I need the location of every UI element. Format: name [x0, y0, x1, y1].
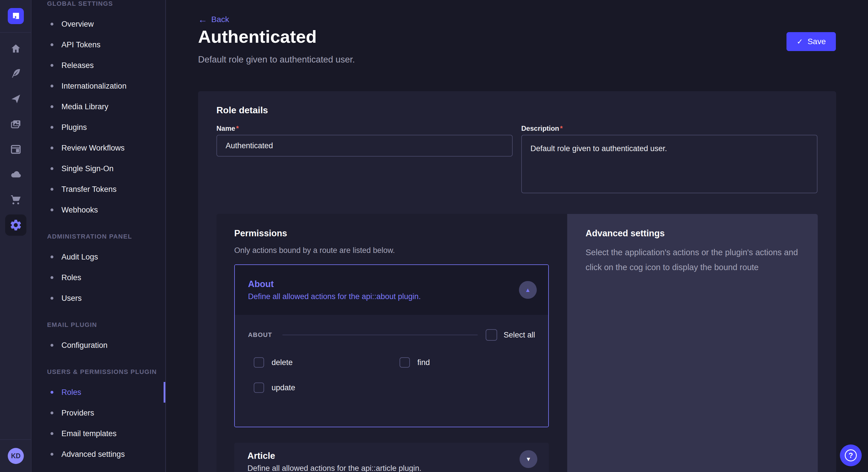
- collapse-button[interactable]: ▲: [519, 281, 537, 299]
- question-mark-icon: ?: [845, 449, 857, 461]
- accordion-about: About Define all allowed actions for the…: [234, 264, 549, 427]
- role-details-heading: Role details: [216, 105, 268, 115]
- bullet-icon: [51, 64, 53, 67]
- media-library-icon[interactable]: [10, 119, 22, 131]
- bullet-icon: [51, 297, 53, 300]
- sidebar-item-releases[interactable]: Releases: [32, 55, 165, 76]
- accordion-about-title: About: [248, 279, 548, 289]
- paper-plane-icon[interactable]: [10, 93, 22, 105]
- strapi-logo[interactable]: [8, 8, 24, 24]
- bullet-icon: [51, 105, 53, 108]
- home-icon[interactable]: [10, 43, 22, 55]
- sidebar-item-configuration[interactable]: Configuration: [32, 335, 165, 356]
- sidebar-item-plugins[interactable]: Plugins: [32, 117, 165, 138]
- permission-update-row: update: [254, 382, 296, 393]
- content-type-builder-icon[interactable]: [10, 67, 22, 79]
- help-button[interactable]: ?: [840, 444, 862, 466]
- rail-divider: [0, 439, 31, 440]
- sidebar-item-media-library[interactable]: Media Library: [32, 96, 165, 117]
- back-arrow-icon: ←: [198, 15, 207, 24]
- accordion-about-description: Define all allowed actions for the api::…: [248, 292, 548, 301]
- settings-icon-active[interactable]: [5, 214, 26, 236]
- bullet-icon: [51, 432, 53, 435]
- role-details-card: Role details Name* Description* Default …: [198, 91, 836, 472]
- permission-delete-row: delete: [254, 357, 293, 368]
- sidebar-item-internationalization[interactable]: Internationalization: [32, 76, 165, 96]
- sidebar-item-users[interactable]: Users: [32, 288, 165, 308]
- layout-icon[interactable]: [10, 143, 22, 156]
- accordion-article-description: Define all allowed actions for the api::…: [247, 464, 549, 472]
- accordion-article-header[interactable]: Article Define all allowed actions for t…: [234, 443, 549, 472]
- sidebar-item-up-roles-active[interactable]: Roles: [32, 382, 165, 403]
- bullet-icon: [51, 276, 53, 279]
- bullet-icon: [51, 208, 53, 211]
- back-link[interactable]: ← Back: [198, 14, 229, 25]
- role-description-textarea[interactable]: Default role given to authenticated user…: [521, 135, 817, 193]
- description-field-label: Description*: [521, 125, 563, 133]
- subnav-section-users-permissions-plugin: USERS & PERMISSIONS PLUGIN: [47, 368, 165, 376]
- subnav-section-administration-panel: ADMINISTRATION PANEL: [47, 233, 165, 240]
- user-avatar[interactable]: KD: [8, 448, 24, 464]
- advanced-settings-panel: Advanced settings Select the application…: [567, 214, 818, 472]
- page-title: Authenticated: [198, 26, 317, 47]
- marketplace-cart-icon[interactable]: [10, 194, 22, 206]
- settings-subnav: GLOBAL SETTINGS Overview API Tokens Rele…: [32, 0, 166, 472]
- advanced-settings-body: Select the application's actions or the …: [586, 245, 802, 275]
- sidebar-item-review-workflows[interactable]: Review Workflows: [32, 138, 165, 158]
- expand-button[interactable]: ▼: [520, 450, 537, 468]
- permissions-subtitle: Only actions bound by a route are listed…: [234, 246, 395, 255]
- update-checkbox[interactable]: [254, 382, 264, 393]
- bullet-icon: [51, 126, 53, 129]
- bullet-icon: [51, 85, 53, 88]
- find-label[interactable]: find: [417, 358, 430, 367]
- required-asterisk: *: [236, 125, 239, 132]
- advanced-settings-heading: Advanced settings: [586, 228, 665, 239]
- sidebar-item-single-sign-on[interactable]: Single Sign-On: [32, 158, 165, 179]
- strapi-logo-icon: [11, 12, 20, 20]
- gear-icon: [9, 218, 22, 232]
- accordion-article-title: Article: [247, 451, 549, 461]
- select-all-checkbox[interactable]: [486, 329, 497, 341]
- about-group-label: ABOUT: [248, 331, 272, 339]
- sidebar-item-providers[interactable]: Providers: [32, 403, 165, 423]
- sidebar-item-webhooks[interactable]: Webhooks: [32, 200, 165, 220]
- sidebar-item-api-tokens[interactable]: API Tokens: [32, 34, 165, 55]
- permissions-heading: Permissions: [234, 228, 287, 239]
- bullet-icon: [51, 43, 53, 46]
- page-subtitle: Default role given to authenticated user…: [198, 55, 355, 65]
- find-checkbox[interactable]: [400, 357, 410, 368]
- role-name-input[interactable]: [216, 135, 513, 157]
- select-all-label[interactable]: Select all: [503, 331, 535, 339]
- bullet-icon: [51, 146, 53, 149]
- rail-divider: [0, 32, 31, 33]
- delete-label[interactable]: delete: [272, 358, 293, 367]
- group-divider-rule: [282, 335, 477, 335]
- sidebar-item-audit-logs[interactable]: Audit Logs: [32, 247, 165, 267]
- sidebar-item-advanced-settings[interactable]: Advanced settings: [32, 444, 165, 465]
- save-button[interactable]: ✓ Save: [786, 32, 836, 51]
- sidebar-item-transfer-tokens[interactable]: Transfer Tokens: [32, 179, 165, 200]
- update-label[interactable]: update: [272, 383, 296, 392]
- bullet-icon: [51, 391, 53, 394]
- main-nav-rail: KD: [0, 0, 32, 472]
- required-asterisk: *: [560, 125, 563, 132]
- delete-checkbox[interactable]: [254, 357, 264, 368]
- bullet-icon: [51, 167, 53, 170]
- chevron-down-icon: ▼: [526, 456, 531, 463]
- check-icon: ✓: [797, 37, 803, 46]
- bullet-icon: [51, 256, 53, 258]
- cloud-icon[interactable]: [10, 168, 22, 180]
- accordion-about-header[interactable]: About Define all allowed actions for the…: [235, 265, 548, 315]
- subnav-section-email-plugin: EMAIL PLUGIN: [47, 321, 165, 329]
- sidebar-item-overview[interactable]: Overview: [32, 14, 165, 34]
- save-button-label: Save: [807, 37, 826, 46]
- bullet-icon: [51, 411, 53, 414]
- permission-find-row: find: [400, 357, 430, 368]
- bullet-icon: [51, 23, 53, 26]
- accordion-about-body: ABOUT Select all delete find update: [235, 315, 548, 427]
- bullet-icon: [51, 453, 53, 456]
- sidebar-item-email-templates[interactable]: Email templates: [32, 423, 165, 444]
- subnav-section-global-settings: GLOBAL SETTINGS: [47, 0, 165, 7]
- sidebar-item-admin-roles[interactable]: Roles: [32, 267, 165, 288]
- bullet-icon: [51, 188, 53, 191]
